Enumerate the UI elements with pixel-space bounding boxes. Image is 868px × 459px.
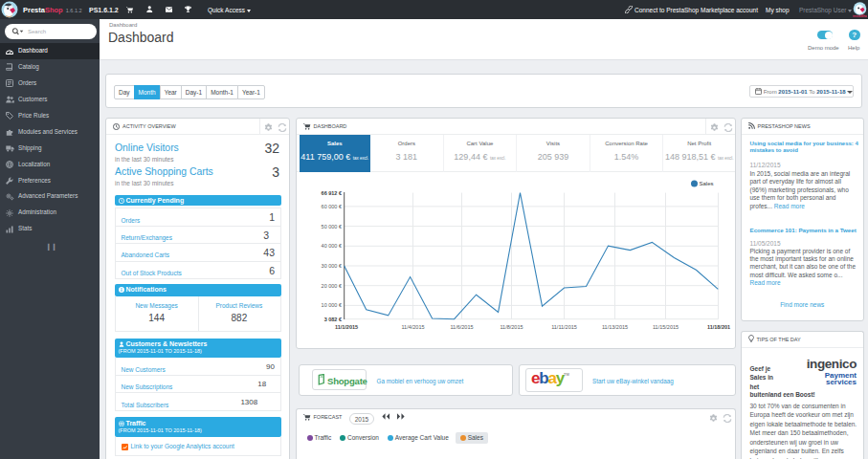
svg-text:3 082 €: 3 082 € bbox=[323, 316, 341, 321]
svg-text:11/13/2015: 11/13/2015 bbox=[601, 324, 627, 330]
svg-text:10 000 €: 10 000 € bbox=[321, 302, 341, 308]
svg-text:PrestaShop: PrestaShop bbox=[853, 14, 867, 18]
svg-text:11/8/2015: 11/8/2015 bbox=[500, 324, 523, 330]
svg-text:66 912 €: 66 912 € bbox=[321, 189, 341, 195]
svg-text:11/18/201: 11/18/201 bbox=[706, 324, 729, 330]
svg-text:11/11/2015: 11/11/2015 bbox=[551, 324, 577, 330]
svg-text:11/4/2015: 11/4/2015 bbox=[401, 324, 424, 330]
svg-text:50 000 €: 50 000 € bbox=[321, 223, 341, 229]
svg-text:60 000 €: 60 000 € bbox=[321, 203, 341, 208]
svg-text:30 000 €: 30 000 € bbox=[321, 263, 341, 269]
svg-text:40 000 €: 40 000 € bbox=[321, 243, 341, 249]
svg-text:20 000 €: 20 000 € bbox=[321, 282, 341, 288]
svg-text:Sales: Sales bbox=[699, 181, 713, 186]
svg-text:11/6/2015: 11/6/2015 bbox=[450, 324, 473, 330]
svg-text:11/1/2015: 11/1/2015 bbox=[334, 324, 357, 330]
svg-text:11/15/2015: 11/15/2015 bbox=[652, 324, 678, 330]
